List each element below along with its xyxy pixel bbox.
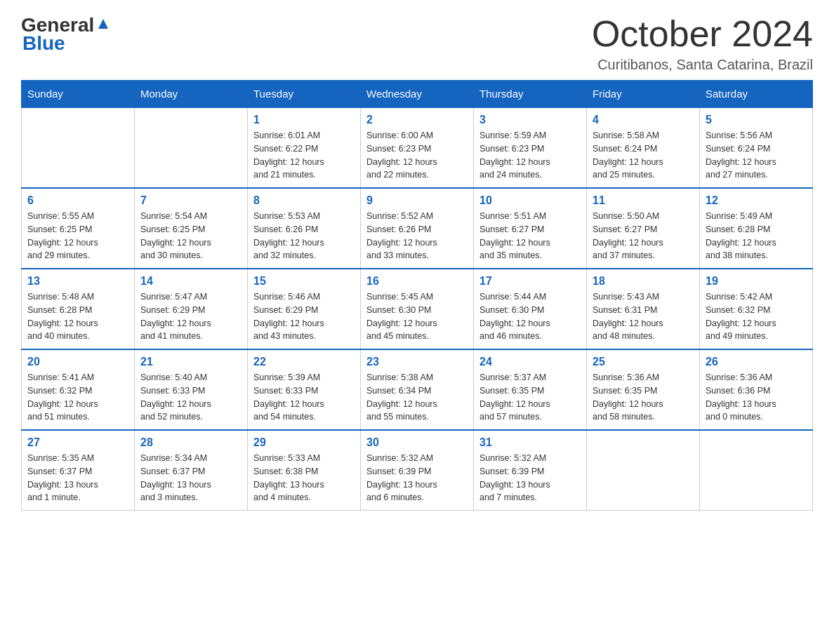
day-info: Sunrise: 5:52 AM Sunset: 6:26 PM Dayligh… xyxy=(366,210,468,262)
weekday-header-thursday: Thursday xyxy=(474,81,587,108)
logo-triangle-icon xyxy=(95,16,111,32)
day-number: 14 xyxy=(140,275,241,288)
day-number: 15 xyxy=(253,275,355,288)
day-number: 23 xyxy=(366,356,468,368)
calendar-cell: 27Sunrise: 5:35 AM Sunset: 6:37 PM Dayli… xyxy=(22,430,135,511)
day-number: 8 xyxy=(253,194,355,207)
month-title: October 2024 xyxy=(592,14,813,54)
day-info: Sunrise: 5:48 AM Sunset: 6:28 PM Dayligh… xyxy=(27,290,128,343)
day-number: 19 xyxy=(706,275,807,288)
day-number: 24 xyxy=(479,356,581,368)
calendar-cell: 15Sunrise: 5:46 AM Sunset: 6:29 PM Dayli… xyxy=(248,269,361,349)
calendar-cell: 13Sunrise: 5:48 AM Sunset: 6:28 PM Dayli… xyxy=(22,269,135,349)
day-number: 18 xyxy=(593,275,694,288)
day-number: 1 xyxy=(253,114,355,126)
calendar-cell xyxy=(700,430,813,511)
day-number: 29 xyxy=(253,436,355,449)
day-info: Sunrise: 5:53 AM Sunset: 6:26 PM Dayligh… xyxy=(253,210,355,262)
calendar-cell: 4Sunrise: 5:58 AM Sunset: 6:24 PM Daylig… xyxy=(587,107,700,188)
day-number: 20 xyxy=(27,356,128,368)
day-info: Sunrise: 5:56 AM Sunset: 6:24 PM Dayligh… xyxy=(706,129,807,182)
calendar-cell: 23Sunrise: 5:38 AM Sunset: 6:34 PM Dayli… xyxy=(361,349,474,430)
calendar-cell: 20Sunrise: 5:41 AM Sunset: 6:32 PM Dayli… xyxy=(22,349,135,430)
day-info: Sunrise: 5:32 AM Sunset: 6:39 PM Dayligh… xyxy=(479,452,581,504)
day-info: Sunrise: 5:33 AM Sunset: 6:38 PM Dayligh… xyxy=(253,452,355,504)
day-number: 21 xyxy=(140,356,241,368)
day-info: Sunrise: 5:54 AM Sunset: 6:25 PM Dayligh… xyxy=(140,210,241,262)
day-number: 5 xyxy=(706,114,807,126)
day-number: 16 xyxy=(366,275,468,288)
day-info: Sunrise: 5:51 AM Sunset: 6:27 PM Dayligh… xyxy=(479,210,581,262)
calendar-cell: 7Sunrise: 5:54 AM Sunset: 6:25 PM Daylig… xyxy=(135,188,248,269)
day-info: Sunrise: 5:47 AM Sunset: 6:29 PM Dayligh… xyxy=(140,290,241,343)
day-number: 4 xyxy=(593,114,694,126)
day-number: 30 xyxy=(366,436,468,449)
calendar-cell: 1Sunrise: 6:01 AM Sunset: 6:22 PM Daylig… xyxy=(248,107,361,188)
calendar-cell xyxy=(587,430,700,511)
day-number: 27 xyxy=(27,436,128,449)
day-info: Sunrise: 5:45 AM Sunset: 6:30 PM Dayligh… xyxy=(366,290,468,343)
day-info: Sunrise: 5:44 AM Sunset: 6:30 PM Dayligh… xyxy=(479,290,581,343)
calendar-cell: 24Sunrise: 5:37 AM Sunset: 6:35 PM Dayli… xyxy=(474,349,587,430)
day-info: Sunrise: 5:38 AM Sunset: 6:34 PM Dayligh… xyxy=(366,371,468,424)
day-number: 10 xyxy=(479,194,581,207)
calendar-week-row: 27Sunrise: 5:35 AM Sunset: 6:37 PM Dayli… xyxy=(22,430,813,511)
weekday-header-saturday: Saturday xyxy=(700,81,813,108)
logo-blue-text: Blue xyxy=(22,32,65,55)
calendar-table: SundayMondayTuesdayWednesdayThursdayFrid… xyxy=(21,80,813,511)
calendar-week-row: 1Sunrise: 6:01 AM Sunset: 6:22 PM Daylig… xyxy=(22,107,813,188)
weekday-header-friday: Friday xyxy=(587,81,700,108)
day-info: Sunrise: 5:39 AM Sunset: 6:33 PM Dayligh… xyxy=(253,371,355,424)
calendar-cell: 17Sunrise: 5:44 AM Sunset: 6:30 PM Dayli… xyxy=(474,269,587,349)
day-number: 22 xyxy=(253,356,355,368)
calendar-cell: 22Sunrise: 5:39 AM Sunset: 6:33 PM Dayli… xyxy=(248,349,361,430)
calendar-cell: 14Sunrise: 5:47 AM Sunset: 6:29 PM Dayli… xyxy=(135,269,248,349)
calendar-cell: 18Sunrise: 5:43 AM Sunset: 6:31 PM Dayli… xyxy=(587,269,700,349)
day-info: Sunrise: 5:59 AM Sunset: 6:23 PM Dayligh… xyxy=(479,129,581,182)
calendar-week-row: 6Sunrise: 5:55 AM Sunset: 6:25 PM Daylig… xyxy=(22,188,813,269)
calendar-header-row: SundayMondayTuesdayWednesdayThursdayFrid… xyxy=(22,81,813,108)
calendar-cell: 21Sunrise: 5:40 AM Sunset: 6:33 PM Dayli… xyxy=(135,349,248,430)
day-info: Sunrise: 6:01 AM Sunset: 6:22 PM Dayligh… xyxy=(253,129,355,182)
calendar-cell: 19Sunrise: 5:42 AM Sunset: 6:32 PM Dayli… xyxy=(700,269,813,349)
day-info: Sunrise: 5:55 AM Sunset: 6:25 PM Dayligh… xyxy=(27,210,128,262)
calendar-week-row: 20Sunrise: 5:41 AM Sunset: 6:32 PM Dayli… xyxy=(22,349,813,430)
location-title: Curitibanos, Santa Catarina, Brazil xyxy=(592,57,813,73)
day-info: Sunrise: 5:36 AM Sunset: 6:36 PM Dayligh… xyxy=(706,371,807,424)
calendar-cell: 11Sunrise: 5:50 AM Sunset: 6:27 PM Dayli… xyxy=(587,188,700,269)
day-info: Sunrise: 5:37 AM Sunset: 6:35 PM Dayligh… xyxy=(479,371,581,424)
weekday-header-sunday: Sunday xyxy=(22,81,135,108)
day-info: Sunrise: 5:40 AM Sunset: 6:33 PM Dayligh… xyxy=(140,371,241,424)
calendar-cell: 25Sunrise: 5:36 AM Sunset: 6:35 PM Dayli… xyxy=(587,349,700,430)
day-number: 6 xyxy=(27,194,128,207)
svg-marker-0 xyxy=(98,19,108,29)
day-info: Sunrise: 5:35 AM Sunset: 6:37 PM Dayligh… xyxy=(27,452,128,504)
day-number: 9 xyxy=(366,194,468,207)
day-info: Sunrise: 5:32 AM Sunset: 6:39 PM Dayligh… xyxy=(366,452,468,504)
calendar-cell: 28Sunrise: 5:34 AM Sunset: 6:37 PM Dayli… xyxy=(135,430,248,511)
calendar-cell xyxy=(22,107,135,188)
calendar-cell: 3Sunrise: 5:59 AM Sunset: 6:23 PM Daylig… xyxy=(474,107,587,188)
weekday-header-monday: Monday xyxy=(135,81,248,108)
weekday-header-wednesday: Wednesday xyxy=(361,81,474,108)
day-info: Sunrise: 5:50 AM Sunset: 6:27 PM Dayligh… xyxy=(593,210,694,262)
calendar-cell: 30Sunrise: 5:32 AM Sunset: 6:39 PM Dayli… xyxy=(361,430,474,511)
calendar-cell: 5Sunrise: 5:56 AM Sunset: 6:24 PM Daylig… xyxy=(700,107,813,188)
day-number: 26 xyxy=(706,356,807,368)
day-info: Sunrise: 5:46 AM Sunset: 6:29 PM Dayligh… xyxy=(253,290,355,343)
day-number: 31 xyxy=(479,436,581,449)
calendar-cell: 12Sunrise: 5:49 AM Sunset: 6:28 PM Dayli… xyxy=(700,188,813,269)
day-info: Sunrise: 5:41 AM Sunset: 6:32 PM Dayligh… xyxy=(27,371,128,424)
calendar-cell xyxy=(135,107,248,188)
day-number: 17 xyxy=(479,275,581,288)
day-number: 2 xyxy=(366,114,468,126)
day-number: 7 xyxy=(140,194,241,207)
day-number: 13 xyxy=(27,275,128,288)
title-section: October 2024 Curitibanos, Santa Catarina… xyxy=(592,14,813,73)
calendar-cell: 29Sunrise: 5:33 AM Sunset: 6:38 PM Dayli… xyxy=(248,430,361,511)
day-info: Sunrise: 5:49 AM Sunset: 6:28 PM Dayligh… xyxy=(706,210,807,262)
day-info: Sunrise: 5:34 AM Sunset: 6:37 PM Dayligh… xyxy=(140,452,241,504)
calendar-cell: 26Sunrise: 5:36 AM Sunset: 6:36 PM Dayli… xyxy=(700,349,813,430)
day-info: Sunrise: 5:43 AM Sunset: 6:31 PM Dayligh… xyxy=(593,290,694,343)
calendar-cell: 16Sunrise: 5:45 AM Sunset: 6:30 PM Dayli… xyxy=(361,269,474,349)
